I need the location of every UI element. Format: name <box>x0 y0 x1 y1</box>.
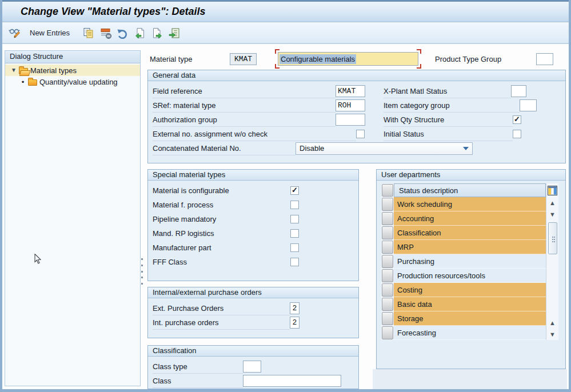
pipeline-mandatory-checkbox[interactable] <box>290 215 299 223</box>
sref-material-type-field[interactable]: ROH <box>336 99 365 111</box>
tree-item-quantity-value-updating[interactable]: • Quantity/value updating <box>5 76 140 87</box>
row-select-button[interactable] <box>382 226 393 239</box>
classification-rows: Class type Class <box>153 359 355 388</box>
initial-status-checkbox[interactable] <box>513 130 521 138</box>
field-row: Ext. Purchase Orders 2 <box>153 301 355 315</box>
concatenated-material-no-dropdown[interactable]: Disable <box>296 142 473 155</box>
scroll-up-icon[interactable]: ▲ <box>547 197 558 209</box>
window-frame-left <box>0 0 2 392</box>
ext-purchase-orders-field[interactable]: 2 <box>290 302 300 314</box>
previous-entry-icon[interactable] <box>133 26 147 41</box>
manufacturer-part-checkbox[interactable] <box>290 243 299 252</box>
xplant-matl-status-label: X-Plant Matl Status <box>384 84 511 98</box>
user-departments-table: Status description Work scheduling Accou… <box>381 183 558 340</box>
sref-material-type-label: SRef: material type <box>153 98 336 113</box>
material-type-description-field[interactable]: Configurable materials <box>278 52 418 66</box>
class-type-field[interactable] <box>243 361 261 373</box>
row-select-button[interactable] <box>382 241 393 254</box>
row-select-button[interactable] <box>382 212 393 225</box>
status-description-cell[interactable]: Production resources/tools <box>394 269 546 283</box>
row-select-button[interactable] <box>382 198 393 211</box>
status-description-cell[interactable]: Purchasing <box>394 254 546 269</box>
field-row: Item category group <box>384 98 555 113</box>
field-row: FFF Class <box>153 255 355 269</box>
status-description-cell[interactable]: Costing <box>394 283 546 297</box>
table-row: Forecasting <box>381 326 558 340</box>
next-entry-icon[interactable] <box>150 26 165 41</box>
material-type-field[interactable]: KMAT <box>230 53 257 65</box>
panel-splitter-handle[interactable] <box>140 258 144 285</box>
classification-group: Classification Class type Class <box>147 345 359 389</box>
status-description-cell[interactable]: Storage <box>394 311 546 326</box>
table-configuration-icon[interactable] <box>548 183 557 197</box>
material-type-label: Material type <box>146 55 230 63</box>
table-row: Accounting <box>381 211 558 226</box>
dropdown-value: Disable <box>300 144 463 153</box>
table-row: Work scheduling <box>381 197 558 211</box>
class-field[interactable] <box>243 375 341 387</box>
tree-bullet-icon: • <box>20 78 26 86</box>
item-category-group-field[interactable] <box>520 99 537 111</box>
with-qty-structure-label: With Qty Structure <box>384 113 513 127</box>
field-row: Authorization group <box>153 113 365 127</box>
material-f-process-checkbox[interactable] <box>290 201 299 209</box>
classification-title: Classification <box>148 346 358 357</box>
display-change-icon[interactable] <box>8 26 23 41</box>
fff-class-checkbox[interactable] <box>290 258 299 266</box>
int-purchase-orders-label: Int. purchase orders <box>153 315 290 330</box>
scroll-down-icon[interactable]: ▼ <box>547 329 558 340</box>
description-field-wrap: Configurable materials <box>275 51 421 67</box>
product-type-group-field[interactable] <box>536 53 553 65</box>
concatenated-material-no-label: Concatenated Material No. <box>153 141 296 155</box>
row-select-button[interactable] <box>382 326 393 339</box>
row-select-button[interactable] <box>382 312 393 325</box>
title-bar: Change View "Material types": Details <box>2 2 569 22</box>
material-is-configurable-checkbox[interactable] <box>290 186 299 195</box>
external-no-assignment-checkbox[interactable] <box>356 130 365 138</box>
status-description-cell[interactable]: Forecasting <box>394 326 546 340</box>
class-label: Class <box>153 374 243 388</box>
field-row: Initial Status <box>384 127 555 141</box>
user-departments-group: User departments Status description Work… <box>376 169 566 369</box>
table-row: Costing <box>381 283 558 297</box>
mand-rp-logistics-checkbox[interactable] <box>290 229 299 238</box>
status-description-cell[interactable]: MRP <box>394 240 546 254</box>
authorization-group-label: Authorization group <box>153 113 336 127</box>
row-select-button[interactable] <box>382 255 393 268</box>
with-qty-structure-checkbox[interactable] <box>513 115 521 124</box>
xplant-matl-status-field[interactable] <box>511 85 526 97</box>
scrollbar-thumb[interactable] <box>548 222 557 254</box>
table-row: Basic data <box>381 297 558 311</box>
status-description-cell[interactable]: Accounting <box>394 211 546 226</box>
status-description-cell[interactable]: Basic data <box>394 297 546 311</box>
field-row: Field reference KMAT <box>153 84 365 98</box>
row-select-button[interactable] <box>382 283 393 297</box>
row-select-button[interactable] <box>382 269 393 282</box>
tree-expander-icon[interactable]: ▼ <box>11 67 17 73</box>
field-reference-field[interactable]: KMAT <box>336 85 365 97</box>
row-select-button[interactable] <box>382 298 393 311</box>
general-data-left-column: Field reference KMAT SRef: material type… <box>153 84 365 155</box>
new-entries-button[interactable]: New Entries <box>26 27 74 39</box>
delete-icon[interactable] <box>98 26 113 41</box>
copy-as-icon[interactable] <box>81 26 96 41</box>
status-description-cell[interactable]: Classification <box>394 226 546 240</box>
special-material-types-rows: Material is configurable Material f. pro… <box>153 183 355 269</box>
status-description-cell[interactable]: Work scheduling <box>394 197 546 211</box>
special-material-types-group: Special material types Material is confi… <box>147 169 359 281</box>
other-entry-icon[interactable] <box>167 26 182 41</box>
tree-item-material-types[interactable]: ▼ Material types <box>5 65 140 76</box>
undo-icon[interactable] <box>115 26 130 41</box>
scroll-up-icon[interactable]: ▲ <box>547 317 558 329</box>
dialog-structure-panel: Dialog Structure ▼ Material types • Quan… <box>5 50 141 386</box>
scroll-down-icon[interactable]: ▼ <box>547 209 558 220</box>
authorization-group-field[interactable] <box>336 114 365 126</box>
int-purchase-orders-field[interactable]: 2 <box>290 317 300 329</box>
general-data-right-column: X-Plant Matl Status Item category group … <box>384 84 555 141</box>
ext-purchase-orders-label: Ext. Purchase Orders <box>153 301 290 315</box>
class-type-label: Class type <box>153 359 243 374</box>
select-all-button[interactable] <box>382 184 393 197</box>
tree-item-label: Quantity/value updating <box>39 78 118 86</box>
fff-class-label: FFF Class <box>153 255 290 269</box>
purchase-orders-title: Internal/external purchase orders <box>148 287 358 298</box>
